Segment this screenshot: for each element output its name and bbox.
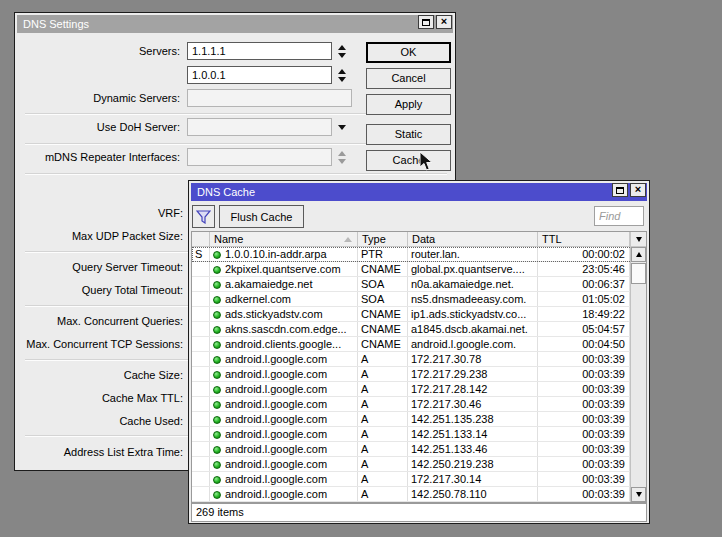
name-cell: a.akamaiedge.net (210, 277, 358, 291)
cache-row[interactable]: android.l.google.comA142.251.133.1400:03… (192, 427, 646, 442)
scrollbar-thumb[interactable] (631, 263, 646, 284)
name-column-header[interactable]: Name (210, 232, 358, 247)
table-header-row: Name Type Data TTL (192, 232, 646, 247)
chevron-down-icon (636, 237, 642, 242)
cache-row[interactable]: a.akamaiedge.netSOAn0a.akamaiedge.net.00… (192, 277, 646, 292)
use-doh-label: Use DoH Server: (15, 118, 180, 136)
name-cell: adkernel.com (210, 292, 358, 306)
ttl-cell: 01:05:02 (538, 292, 630, 306)
query-total-timeout-label: Query Total Timeout: (15, 282, 183, 298)
name-cell: android.l.google.com (210, 442, 358, 456)
servers-label: Servers: (15, 42, 180, 60)
mdns-field[interactable] (187, 148, 332, 166)
dns-settings-titlebar[interactable]: DNS Settings (17, 15, 453, 33)
status-green-icon (213, 491, 221, 499)
find-input[interactable] (594, 206, 644, 226)
cache-row[interactable]: akns.sascdn.com.edge...CNAMEa1845.dscb.a… (192, 322, 646, 337)
maximize-button[interactable] (418, 15, 434, 29)
cache-row[interactable]: android.l.google.comA172.217.30.1400:03:… (192, 472, 646, 487)
close-button[interactable]: × (630, 183, 646, 197)
data-cell: 142.251.133.46 (408, 442, 538, 456)
ttl-cell: 00:03:39 (538, 487, 630, 501)
address-list-extra-time-label: Address List Extra Time: (15, 444, 183, 460)
use-doh-dropdown[interactable] (187, 118, 332, 136)
ttl-cell: 00:03:39 (538, 382, 630, 396)
cache-row[interactable]: S1.0.0.10.in-addr.arpaPTRrouter.lan.00:0… (192, 247, 646, 262)
data-cell: 142.250.78.110 (408, 487, 538, 501)
type-column-header[interactable]: Type (358, 232, 408, 247)
flag-cell (192, 352, 210, 366)
cache-row[interactable]: android.l.google.comA172.217.30.7800:03:… (192, 352, 646, 367)
data-cell: 172.217.30.78 (408, 352, 538, 366)
mdns-label: mDNS Repeater Interfaces: (15, 148, 180, 166)
ttl-cell: 00:03:39 (538, 457, 630, 471)
servers-spinner-1[interactable] (334, 42, 349, 60)
name-cell: android.l.google.com (210, 382, 358, 396)
flags-column-header[interactable] (192, 232, 210, 247)
ttl-cell: 00:03:39 (538, 397, 630, 411)
type-cell: A (358, 472, 408, 486)
type-cell: CNAME (358, 337, 408, 351)
cache-row[interactable]: android.clients.google...CNAMEandroid.l.… (192, 337, 646, 352)
cache-row[interactable]: ads.stickyadstv.comCNAMEip1.ads.stickyad… (192, 307, 646, 322)
status-green-icon (213, 326, 221, 334)
servers-input-1[interactable]: 1.1.1.1 (187, 42, 332, 60)
name-cell: android.l.google.com (210, 427, 358, 441)
ok-button[interactable]: OK (366, 42, 451, 63)
dns-cache-titlebar[interactable]: DNS Cache (191, 183, 647, 201)
flush-cache-button[interactable]: Flush Cache (219, 205, 304, 228)
data-cell: 142.250.219.238 (408, 457, 538, 471)
cache-row[interactable]: android.l.google.comA172.217.29.23800:03… (192, 367, 646, 382)
filter-button[interactable] (192, 205, 215, 228)
cache-row[interactable]: android.l.google.comA142.251.133.4600:03… (192, 442, 646, 457)
type-cell: CNAME (358, 262, 408, 276)
data-cell: a1845.dscb.akamai.net. (408, 322, 538, 336)
data-cell: 142.251.133.14 (408, 427, 538, 441)
vrf-label: VRF: (15, 205, 183, 221)
status-green-icon (213, 461, 221, 469)
ttl-cell: 00:03:39 (538, 442, 630, 456)
maximize-button[interactable] (612, 183, 628, 197)
servers-input-2[interactable]: 1.0.0.1 (187, 66, 332, 84)
cache-row[interactable]: android.l.google.comA172.217.30.4600:03:… (192, 397, 646, 412)
static-button[interactable]: Static (366, 124, 451, 145)
apply-button[interactable]: Apply (366, 94, 451, 115)
mdns-spinner[interactable] (334, 148, 349, 166)
close-button[interactable]: × (436, 15, 452, 29)
flag-cell (192, 442, 210, 456)
vertical-scrollbar[interactable] (630, 247, 646, 502)
close-icon: × (635, 184, 641, 195)
status-green-icon (213, 281, 221, 289)
maximize-icon (616, 187, 624, 194)
name-cell: 2kpixel.quantserve.com (210, 262, 358, 276)
column-select-button[interactable] (630, 232, 646, 247)
type-cell: A (358, 457, 408, 471)
use-doh-dropdown-arrow[interactable] (334, 118, 349, 136)
flag-cell (192, 472, 210, 486)
cache-button[interactable]: Cache (366, 150, 451, 171)
status-green-icon (213, 341, 221, 349)
flag-cell (192, 337, 210, 351)
data-cell: ns5.dnsmadeeasy.com. (408, 292, 538, 306)
ttl-column-header[interactable]: TTL (538, 232, 630, 247)
ttl-cell: 00:03:39 (538, 427, 630, 441)
spinner-down-icon (338, 53, 346, 58)
ttl-cell: 23:05:46 (538, 262, 630, 276)
cache-row[interactable]: android.l.google.comA142.250.78.11000:03… (192, 487, 646, 502)
servers-spinner-2[interactable] (334, 66, 349, 84)
cancel-button[interactable]: Cancel (366, 68, 451, 89)
flag-cell (192, 397, 210, 411)
cache-row[interactable]: android.l.google.comA142.250.219.23800:0… (192, 457, 646, 472)
scroll-up-button[interactable] (631, 247, 646, 262)
cache-row[interactable]: adkernel.comSOAns5.dnsmadeeasy.com.01:05… (192, 292, 646, 307)
ttl-cell: 00:03:39 (538, 472, 630, 486)
scroll-down-button[interactable] (631, 487, 646, 502)
cache-row[interactable]: android.l.google.comA142.251.135.23800:0… (192, 412, 646, 427)
cache-row[interactable]: 2kpixel.quantserve.comCNAMEglobal.px.qua… (192, 262, 646, 277)
dns-settings-title: DNS Settings (23, 18, 89, 30)
cache-row[interactable]: android.l.google.comA172.217.28.14200:03… (192, 382, 646, 397)
close-icon: × (441, 16, 447, 27)
data-column-header[interactable]: Data (408, 232, 538, 247)
ttl-cell: 18:49:22 (538, 307, 630, 321)
name-cell: android.l.google.com (210, 487, 358, 501)
